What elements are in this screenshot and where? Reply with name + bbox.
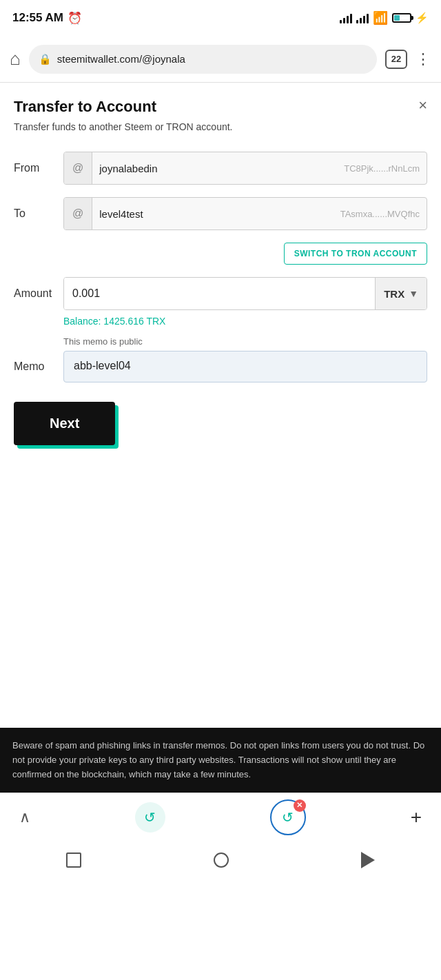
url-bar[interactable]: 🔒 steemitwallet.com/@joynala	[29, 45, 377, 74]
currency-select[interactable]: TRX ▼	[375, 278, 427, 309]
from-input-group: @ joynalabedin TC8Pjk......rNnLcm	[63, 152, 427, 185]
time-text: 12:55 AM	[12, 11, 63, 25]
to-row: To @ level4test TAsmxa......MVQfhc	[14, 197, 427, 230]
from-label: From	[14, 162, 63, 174]
next-button[interactable]: Next	[14, 402, 115, 445]
refresh-icon-1: ↺	[144, 809, 156, 826]
menu-dots-icon[interactable]: ⋮	[416, 50, 431, 68]
to-username: level4test	[92, 198, 333, 229]
lock-icon: 🔒	[39, 53, 52, 65]
currency-label: TRX	[384, 288, 404, 300]
tab-count-badge[interactable]: 22	[385, 50, 407, 69]
switch-tron-button[interactable]: SWITCH TO TRON ACCOUNT	[284, 243, 427, 265]
chevron-down-icon: ▼	[409, 288, 418, 299]
alarm-icon: ⏰	[68, 11, 82, 25]
amount-field[interactable]: 0.001	[64, 278, 375, 309]
dialog-header: Transfer to Account ×	[14, 98, 427, 116]
memo-note: This memo is public	[63, 336, 427, 347]
amount-row: Amount 0.001 TRX ▼	[14, 277, 427, 310]
nav-recents-icon[interactable]	[66, 853, 81, 868]
wifi-icon: 📶	[373, 10, 388, 25]
android-nav-bar	[0, 841, 441, 879]
amount-label: Amount	[14, 287, 63, 300]
nav-home-icon[interactable]	[214, 853, 229, 868]
from-username: joynalabedin	[92, 152, 337, 184]
status-time: 12:55 AM ⏰	[12, 11, 82, 25]
status-bar: 12:55 AM ⏰ 📶 ⚡	[0, 0, 441, 36]
at-prefix-to: @	[64, 198, 92, 229]
warning-text: Beware of spam and phishing links in tra…	[12, 740, 424, 779]
main-content: Transfer to Account × Transfer funds to …	[0, 83, 441, 445]
switch-row: SWITCH TO TRON ACCOUNT	[14, 243, 427, 265]
up-arrow-icon[interactable]: ∧	[19, 808, 30, 826]
dialog-subtitle: Transfer funds to another Steem or TRON …	[14, 121, 427, 132]
home-icon[interactable]: ⌂	[10, 48, 21, 70]
tab-icon-2-active[interactable]: ↺ ✕	[270, 799, 306, 835]
nav-back-icon[interactable]	[361, 852, 375, 868]
memo-input[interactable]: abb-level04	[63, 351, 427, 382]
balance-text: Balance: 1425.616 TRX	[63, 316, 427, 327]
to-label: To	[14, 207, 63, 220]
memo-row: Memo abb-level04	[14, 351, 427, 382]
signal-icon-2	[356, 12, 369, 23]
refresh-icon-2: ↺	[282, 809, 294, 826]
tab-icon-1[interactable]: ↺	[135, 802, 165, 833]
from-address: TC8Pjk......rNnLcm	[337, 152, 427, 184]
to-input-group[interactable]: @ level4test TAsmxa......MVQfhc	[63, 197, 427, 230]
bolt-icon: ⚡	[416, 12, 429, 24]
page-spacer	[0, 466, 441, 728]
bottom-tabs-bar: ∧ ↺ ↺ ✕ +	[0, 793, 441, 841]
add-tab-icon[interactable]: +	[411, 806, 422, 828]
signal-icon	[340, 12, 352, 23]
dialog-title: Transfer to Account	[14, 98, 156, 116]
status-icons: 📶 ⚡	[340, 10, 429, 25]
next-button-wrap: Next	[14, 402, 427, 445]
at-prefix-from: @	[64, 152, 92, 184]
close-icon[interactable]: ×	[418, 98, 427, 113]
url-text: steemitwallet.com/@joynala	[57, 53, 367, 65]
browser-bar: ⌂ 🔒 steemitwallet.com/@joynala 22 ⋮	[0, 36, 441, 83]
memo-label: Memo	[14, 360, 63, 373]
to-address: TAsmxa......MVQfhc	[334, 198, 427, 229]
from-row: From @ joynalabedin TC8Pjk......rNnLcm	[14, 152, 427, 185]
warning-banner: Beware of spam and phishing links in tra…	[0, 728, 441, 793]
amount-input-group[interactable]: 0.001 TRX ▼	[63, 277, 427, 310]
battery-icon	[392, 13, 411, 23]
tab-close-badge[interactable]: ✕	[294, 799, 306, 812]
